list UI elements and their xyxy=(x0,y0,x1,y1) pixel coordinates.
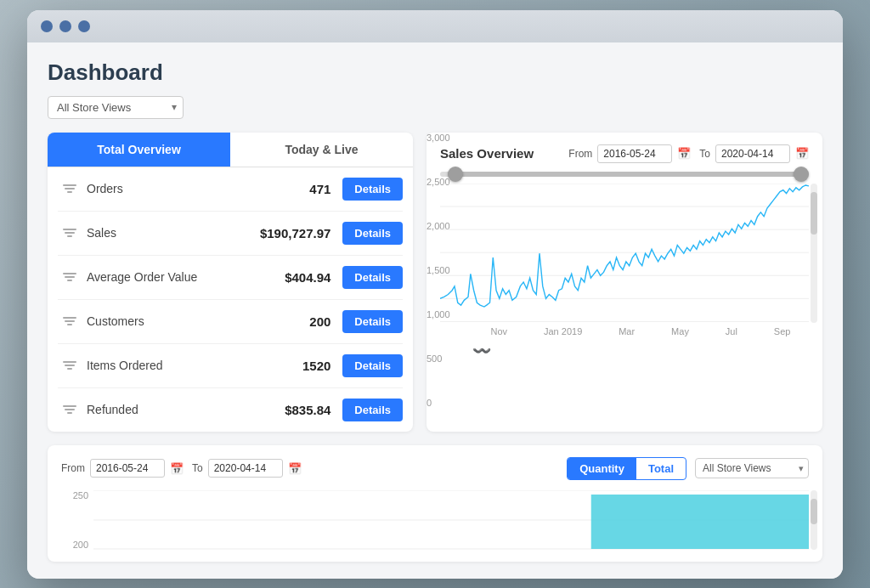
table-row: Customers 200 Details xyxy=(58,300,403,344)
orders-label: Orders xyxy=(82,182,249,195)
page-title: Dashboard xyxy=(48,59,822,86)
close-button[interactable] xyxy=(41,20,53,32)
bottom-store-wrapper: All Store Views Default Store View xyxy=(695,458,809,478)
quantity-toggle-button[interactable]: Quantity xyxy=(568,458,636,479)
table-row: Refunded $835.84 Details xyxy=(58,388,403,432)
table-row: Sales $190,727.97 Details xyxy=(58,212,403,256)
bottom-from-label: From xyxy=(61,462,85,474)
tab-total-overview[interactable]: Total Overview xyxy=(48,133,230,167)
customers-label: Customers xyxy=(82,314,249,328)
bottom-header: From 📅 To 📅 Quantity Total xyxy=(61,457,809,480)
chart-thumbnail-icon: 〰️ xyxy=(440,342,809,360)
bottom-bar-chart xyxy=(93,490,809,550)
table-row: Average Order Value $404.94 Details xyxy=(58,256,403,300)
stats-panel: Total Overview Today & Live Orders 471 D… xyxy=(48,133,413,432)
x-axis-labels: Nov Jan 2019 Mar May Jul Sep xyxy=(440,326,809,336)
y-label-0: 0 xyxy=(427,398,459,408)
main-content: Dashboard All Store Views Default Store … xyxy=(27,42,843,579)
table-row: Orders 471 Details xyxy=(58,167,403,212)
sales-chart-svg xyxy=(440,184,809,323)
from-calendar-icon[interactable]: 📅 xyxy=(677,147,691,160)
from-date-input[interactable] xyxy=(597,144,672,163)
sales-value: $190,727.97 xyxy=(249,226,342,240)
chart-container: 3,000 2,500 2,000 1,500 1,000 500 0 xyxy=(440,184,809,323)
y-label-500: 500 xyxy=(427,353,459,364)
from-date-group: From 📅 xyxy=(568,144,691,163)
bottom-scrollbar-thumb xyxy=(811,499,817,524)
to-date-group: To 📅 xyxy=(699,144,809,163)
filter-icon xyxy=(58,361,82,370)
tab-header: Total Overview Today & Live xyxy=(48,133,413,167)
refunded-label: Refunded xyxy=(82,403,249,416)
x-label-nov: Nov xyxy=(490,326,507,336)
x-label-jan: Jan 2019 xyxy=(544,326,582,336)
chart-scrollbar-thumb xyxy=(811,192,817,235)
chart-svg-container xyxy=(440,184,809,323)
minimize-button[interactable] xyxy=(59,20,71,32)
orders-details-button[interactable]: Details xyxy=(342,178,403,201)
table-row: Items Ordered 1520 Details xyxy=(58,344,403,388)
to-date-input[interactable] xyxy=(715,144,790,163)
items-ordered-details-button[interactable]: Details xyxy=(342,354,403,377)
bottom-to-label: To xyxy=(192,462,203,474)
bottom-chart-svg xyxy=(93,490,809,550)
orders-value: 471 xyxy=(249,182,342,196)
to-calendar-icon[interactable]: 📅 xyxy=(795,147,809,160)
bottom-from-group: From 📅 xyxy=(61,459,184,478)
y-label-3000: 3,000 xyxy=(427,133,459,143)
filter-icon xyxy=(58,273,82,281)
avg-order-value: $404.94 xyxy=(249,270,342,285)
to-label: To xyxy=(699,148,710,160)
filter-icon xyxy=(58,229,82,237)
main-grid: Total Overview Today & Live Orders 471 D… xyxy=(48,133,822,432)
refunded-value: $835.84 xyxy=(249,403,342,417)
titlebar xyxy=(27,10,843,42)
x-label-sep: Sep xyxy=(774,326,791,336)
chart-scrollbar[interactable] xyxy=(811,184,817,323)
items-ordered-label: Items Ordered xyxy=(82,359,249,372)
filter-icon xyxy=(58,317,82,325)
from-label: From xyxy=(568,148,592,160)
refunded-details-button[interactable]: Details xyxy=(342,399,403,421)
tab-today-live[interactable]: Today & Live xyxy=(230,133,413,167)
avg-order-details-button[interactable]: Details xyxy=(342,266,403,289)
x-label-mar: Mar xyxy=(619,326,635,336)
svg-rect-10 xyxy=(591,495,809,549)
bottom-section: From 📅 To 📅 Quantity Total xyxy=(48,445,822,562)
customers-value: 200 xyxy=(249,314,342,329)
view-toggle: Quantity Total xyxy=(567,457,686,480)
avg-order-label: Average Order Value xyxy=(82,270,249,284)
bottom-from-cal-icon[interactable]: 📅 xyxy=(170,462,184,475)
bottom-to-group: To 📅 xyxy=(192,459,302,478)
sales-label: Sales xyxy=(82,226,249,240)
customers-details-button[interactable]: Details xyxy=(342,310,403,333)
total-toggle-button[interactable]: Total xyxy=(636,458,686,479)
maximize-button[interactable] xyxy=(78,20,90,32)
bottom-store-select[interactable]: All Store Views Default Store View xyxy=(695,458,809,478)
sales-details-button[interactable]: Details xyxy=(342,222,403,245)
store-select[interactable]: All Store Views Default Store View US St… xyxy=(48,96,184,119)
items-ordered-value: 1520 xyxy=(249,359,342,373)
store-select-wrapper: All Store Views Default Store View US St… xyxy=(48,96,822,119)
range-slider-fill xyxy=(448,172,802,177)
store-select-container: All Store Views Default Store View US St… xyxy=(48,96,184,119)
chart-header: Sales Overview From 📅 To 📅 xyxy=(440,144,809,163)
bottom-to-cal-icon[interactable]: 📅 xyxy=(288,462,302,475)
app-window: Dashboard All Store Views Default Store … xyxy=(27,10,843,579)
range-slider-right-thumb[interactable] xyxy=(794,167,809,182)
x-label-jul: Jul xyxy=(726,326,737,336)
bottom-to-input[interactable] xyxy=(208,459,283,478)
filter-icon xyxy=(58,405,82,414)
bottom-y-axis: 250 200 xyxy=(61,490,93,550)
x-label-may: May xyxy=(671,326,689,336)
bottom-chart-area: 250 200 xyxy=(61,490,809,550)
sales-overview-panel: Sales Overview From 📅 To 📅 xyxy=(427,133,822,432)
bottom-y-200: 200 xyxy=(61,540,88,550)
bottom-scrollbar[interactable] xyxy=(811,490,817,550)
bottom-y-250: 250 xyxy=(61,490,88,500)
filter-icon xyxy=(58,184,82,193)
range-slider[interactable] xyxy=(440,172,809,177)
bottom-from-input[interactable] xyxy=(90,459,165,478)
stats-list: Orders 471 Details Sales $190,727.97 Det… xyxy=(48,167,413,432)
